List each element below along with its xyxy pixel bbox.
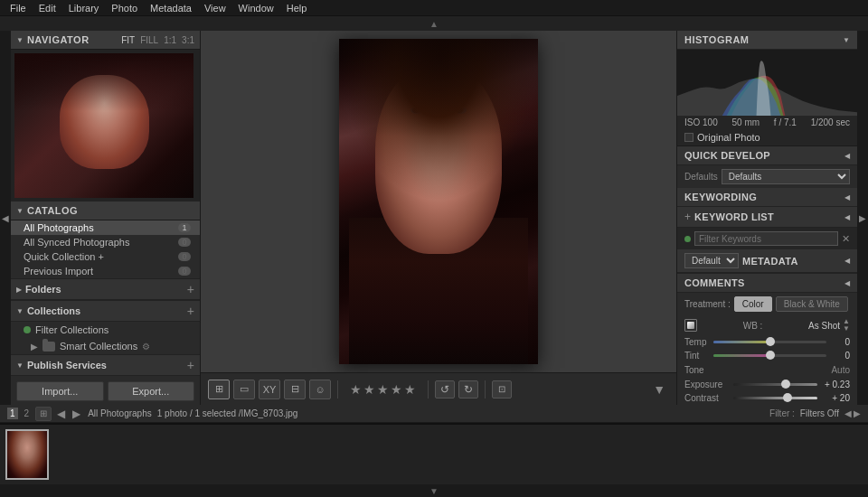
filter-keywords-clear-icon[interactable]: ✕ (842, 233, 850, 245)
catalog-all-photographs-count: 1 (178, 223, 191, 232)
navigator-image[interactable] (14, 53, 193, 198)
wb-arrows[interactable]: ▲ ▼ (843, 318, 850, 333)
navigator-header[interactable]: ▼ Navigator FIT FILL 1:1 3:1 (11, 31, 200, 50)
catalog-header[interactable]: ▼ Catalog (11, 202, 200, 220)
catalog-all-photographs[interactable]: All Photographs 1 (11, 220, 200, 235)
collapse-panels-up-icon[interactable]: ▲ (429, 19, 439, 29)
grid-view-button[interactable]: ⊞ (208, 380, 230, 399)
filmstrip-info-label: 1 photo / 1 selected /IMG_8703.jpg (157, 408, 298, 418)
filter-collections-item[interactable]: Filter Collections (11, 322, 200, 338)
keywording-header[interactable]: Keywording ◀ (677, 188, 857, 207)
crop-button[interactable]: ⊡ (492, 380, 512, 399)
compare-button[interactable]: XY (259, 380, 280, 399)
iso-value: ISO 100 (684, 117, 718, 127)
main-preview[interactable] (201, 31, 676, 372)
catalog-previous-import-count: 0 (178, 267, 191, 276)
folders-add-button[interactable]: + (187, 283, 194, 295)
black-white-button[interactable]: Black & White (776, 296, 848, 312)
exposure-slider[interactable] (733, 383, 817, 386)
filmstrip-thumb-1[interactable] (5, 429, 49, 480)
star-1[interactable]: ★ (350, 382, 362, 397)
color-button[interactable]: Color (734, 296, 772, 312)
zoom-3-1[interactable]: 3:1 (182, 35, 194, 45)
menu-library[interactable]: Library (62, 0, 106, 15)
filter-arrow-right-icon[interactable]: ▶ (854, 408, 861, 418)
grid-view-small-button[interactable]: ⊞ (35, 407, 52, 421)
catalog-previous-import[interactable]: Previous Import 0 (11, 264, 200, 278)
wb-value: As Shot (808, 321, 840, 331)
center-area: ⊞ ▭ XY ⊟ ☺ ★ ★ ★ ★ (201, 31, 676, 405)
star-2[interactable]: ★ (363, 382, 375, 397)
wb-eyedropper-icon[interactable] (684, 319, 697, 332)
back-arrow-icon[interactable]: ◀ (55, 408, 67, 420)
rotate-ccw-button[interactable]: ↺ (435, 380, 455, 399)
forward-arrow-icon[interactable]: ▶ (71, 408, 82, 420)
comments-triangle-icon: ◀ (844, 279, 850, 287)
people-icon: ☺ (315, 384, 325, 395)
publish-services-header[interactable]: ▼ Publish Services + (11, 354, 200, 376)
loupe-view-button[interactable]: ▭ (233, 380, 255, 399)
folders-header[interactable]: ▶ Folders + (11, 278, 200, 300)
original-photo-row: Original Photo (677, 129, 857, 146)
catalog-quick-collection[interactable]: Quick Collection + 0 (11, 249, 200, 264)
tone-auto-button[interactable]: Auto (831, 365, 850, 375)
left-panel-toggle[interactable]: ◀ (0, 31, 11, 405)
survey-button[interactable]: ⊟ (284, 380, 306, 399)
wb-label: WB : (743, 321, 763, 331)
temp-slider[interactable] (713, 341, 826, 343)
star-3[interactable]: ★ (377, 382, 389, 397)
filter-arrow-left-icon[interactable]: ◀ (844, 408, 852, 418)
treatment-label: Treatment : (684, 299, 731, 309)
right-panel-toggle[interactable]: ▶ (857, 31, 868, 405)
temp-slider-fill (713, 341, 770, 343)
menu-file[interactable]: File (4, 0, 33, 15)
defaults-select[interactable]: Defaults (722, 169, 850, 184)
zoom-1-1[interactable]: 1:1 (164, 35, 176, 45)
photo-container (339, 39, 538, 364)
menu-view[interactable]: View (198, 0, 232, 15)
menu-window[interactable]: Window (232, 0, 280, 15)
tint-slider-row: Tint 0 (677, 349, 857, 362)
export-button[interactable]: Export... (108, 381, 195, 401)
menu-metadata[interactable]: Metadata (144, 0, 198, 15)
original-photo-label: Original Photo (697, 132, 760, 143)
people-button[interactable]: ☺ (309, 380, 331, 399)
quick-develop-header[interactable]: Quick Develop ◀ (677, 146, 857, 165)
collections-add-button[interactable]: + (187, 305, 194, 317)
collections-header[interactable]: ▼ Collections + (11, 300, 200, 322)
exposure-label: Exposure (684, 380, 730, 389)
menu-help[interactable]: Help (280, 0, 314, 15)
histogram-header[interactable]: Histogram ▼ (677, 31, 857, 50)
metadata-dropdown[interactable]: Default (684, 253, 739, 268)
bottom-collapse-bar: ▼ (0, 484, 868, 497)
histogram-triangle-icon: ▼ (843, 36, 850, 44)
stars-area: ★ ★ ★ ★ ★ (350, 382, 416, 397)
zoom-fill[interactable]: FILL (140, 35, 158, 45)
filmstrip-toggle-arrow[interactable]: ▼ (649, 382, 669, 397)
view-num-2[interactable]: 2 (22, 408, 33, 419)
star-5[interactable]: ★ (404, 382, 416, 397)
contrast-slider[interactable] (733, 397, 817, 399)
tint-label: Tint (684, 351, 710, 361)
left-panel: ▼ Navigator FIT FILL 1:1 3:1 ▼ (11, 31, 201, 405)
original-photo-checkbox[interactable] (684, 133, 693, 142)
collapse-filmstrip-down-icon[interactable]: ▼ (429, 486, 439, 496)
import-button[interactable]: Import... (16, 381, 104, 401)
smart-collections-item[interactable]: ▶ Smart Collections ⚙ (11, 338, 200, 354)
zoom-fit[interactable]: FIT (121, 35, 135, 45)
metadata-header[interactable]: Default Metadata ◀ (677, 249, 857, 273)
catalog-all-photographs-label: All Photographs (24, 222, 94, 233)
rotate-cw-button[interactable]: ↻ (458, 380, 478, 399)
keyword-list-add-icon[interactable]: + (684, 211, 691, 223)
metadata-triangle-icon: ◀ (844, 257, 850, 265)
keyword-list-header[interactable]: + Keyword List ◀ (677, 207, 857, 228)
catalog-all-synced[interactable]: All Synced Photographs 0 (11, 235, 200, 249)
menu-edit[interactable]: Edit (33, 0, 62, 15)
tint-slider[interactable] (713, 354, 826, 357)
comments-header[interactable]: Comments ◀ (677, 273, 857, 293)
view-num-1[interactable]: 1 (7, 408, 18, 419)
publish-services-add-button[interactable]: + (187, 359, 194, 371)
menu-photo[interactable]: Photo (105, 0, 144, 15)
filter-keywords-input[interactable] (694, 231, 838, 246)
star-4[interactable]: ★ (391, 382, 402, 397)
